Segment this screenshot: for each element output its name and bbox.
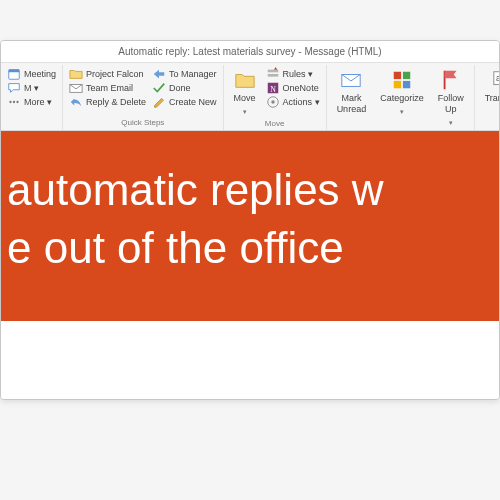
done-label: Done [169, 81, 191, 95]
done-icon [152, 81, 166, 95]
to-manager-icon [152, 67, 166, 81]
flag-icon [440, 69, 462, 91]
team-email-label: Team Email [86, 81, 133, 95]
svg-text:a: a [496, 74, 500, 83]
translate-label: Translate [485, 93, 500, 104]
rules-button[interactable]: Rules ▾ [266, 67, 320, 81]
quicksteps-group-label: Quick Steps [69, 116, 217, 130]
more-icon [7, 95, 21, 109]
outlook-message-window: Automatic reply: Latest materials survey… [0, 40, 500, 400]
actions-button[interactable]: Actions ▾ [266, 95, 320, 109]
move-label: Move [234, 93, 256, 104]
svg-rect-13 [394, 72, 401, 79]
move-group-label: Move [230, 117, 320, 131]
svg-rect-6 [267, 70, 278, 73]
follow-up-button[interactable]: Follow Up ▾ [434, 67, 468, 128]
window-title: Automatic reply: Latest materials survey… [118, 46, 381, 57]
translate-icon: aあ [492, 69, 500, 91]
mark-unread-button[interactable]: Mark Unread [333, 67, 371, 128]
reply-delete-icon [69, 95, 83, 109]
editing-group-label: Editing [481, 117, 500, 131]
move-dropdown-icon: ▾ [243, 106, 247, 117]
banner-line-2: e out of the office [7, 219, 493, 277]
svg-rect-1 [9, 70, 20, 73]
categorize-button[interactable]: Categorize ▾ [376, 67, 428, 128]
meeting-icon [7, 67, 21, 81]
team-email-quickstep[interactable]: Team Email [69, 81, 146, 95]
project-falcon-label: Project Falcon [86, 67, 144, 81]
more-button[interactable]: More ▾ [7, 95, 56, 109]
message-body: automatic replies w e out of the office [1, 131, 499, 399]
actions-label: Actions ▾ [283, 95, 320, 109]
rules-label: Rules ▾ [283, 67, 314, 81]
svg-point-4 [16, 101, 18, 103]
categorize-dropdown-icon: ▾ [400, 106, 404, 117]
categorize-label: Categorize [380, 93, 424, 104]
svg-rect-16 [403, 81, 410, 88]
svg-point-3 [13, 101, 15, 103]
move-button[interactable]: Move ▾ [230, 67, 260, 117]
banner-line-1: automatic replies w [7, 161, 493, 219]
onenote-icon: N [266, 81, 280, 95]
create-new-quickstep[interactable]: Create New [152, 95, 217, 109]
to-manager-label: To Manager [169, 67, 217, 81]
im-label: M ▾ [24, 81, 39, 95]
editing-group: aあ Translate ▾ Find [475, 65, 500, 130]
svg-point-2 [9, 101, 11, 103]
actions-icon [266, 95, 280, 109]
categorize-icon [391, 69, 413, 91]
rules-icon [266, 67, 280, 81]
im-icon [7, 81, 21, 95]
create-new-label: Create New [169, 95, 217, 109]
follow-up-dropdown-icon: ▾ [449, 117, 453, 128]
quicksteps-group: Project Falcon Team Email Reply & Delete [63, 65, 224, 130]
more-label: More ▾ [24, 95, 52, 109]
svg-rect-15 [394, 81, 401, 88]
team-email-icon [69, 81, 83, 95]
ribbon: Meeting M ▾ More ▾ [1, 63, 499, 131]
im-button[interactable]: M ▾ [7, 81, 56, 95]
svg-rect-14 [403, 72, 410, 79]
svg-rect-7 [267, 74, 278, 77]
meeting-button[interactable]: Meeting [7, 67, 56, 81]
mark-unread-icon [340, 69, 362, 91]
done-quickstep[interactable]: Done [152, 81, 217, 95]
reply-delete-label: Reply & Delete [86, 95, 146, 109]
tags-group: Mark Unread Categorize ▾ Follow Up ▾ [327, 65, 475, 130]
respond-group-label [7, 116, 56, 130]
translate-button[interactable]: aあ Translate ▾ [481, 67, 500, 117]
window-titlebar: Automatic reply: Latest materials survey… [1, 41, 499, 63]
move-group: Move ▾ Rules ▾ N OneNote [224, 65, 327, 130]
onenote-label: OneNote [283, 81, 319, 95]
create-new-icon [152, 95, 166, 109]
project-falcon-quickstep[interactable]: Project Falcon [69, 67, 146, 81]
svg-point-11 [271, 100, 275, 104]
svg-text:N: N [270, 85, 276, 94]
to-manager-quickstep[interactable]: To Manager [152, 67, 217, 81]
title-banner: automatic replies w e out of the office [0, 131, 500, 321]
folder-move-icon [69, 67, 83, 81]
respond-group: Meeting M ▾ More ▾ [1, 65, 63, 130]
onenote-button[interactable]: N OneNote [266, 81, 320, 95]
mark-unread-label: Mark Unread [337, 93, 367, 115]
reply-delete-quickstep[interactable]: Reply & Delete [69, 95, 146, 109]
follow-up-label: Follow Up [438, 93, 464, 115]
meeting-label: Meeting [24, 67, 56, 81]
move-folder-icon [234, 69, 256, 91]
